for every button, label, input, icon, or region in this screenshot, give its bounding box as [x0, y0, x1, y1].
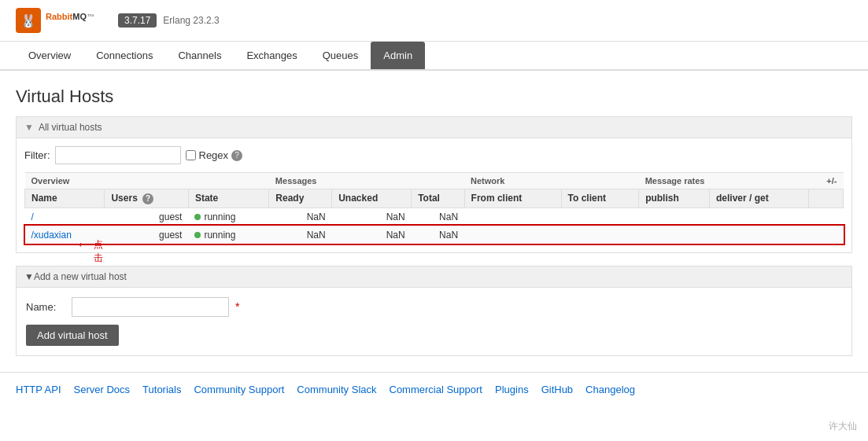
footer-link-commercial-support[interactable]: Commercial Support	[390, 384, 483, 395]
add-virtual-host-button[interactable]: Add virtual host	[26, 325, 119, 346]
row-from-client	[464, 208, 561, 226]
row-from-client	[464, 226, 561, 244]
footer-link-community-slack[interactable]: Community Slack	[297, 384, 376, 395]
vhost-link[interactable]: /xudaxian	[31, 230, 72, 241]
row-state: running	[188, 226, 268, 244]
footer-link-github[interactable]: GitHub	[541, 384, 573, 395]
collapse-arrow-icon: ▼	[24, 122, 34, 133]
regex-checkbox-row: Regex ?	[186, 149, 243, 161]
nav-item-queues[interactable]: Queues	[310, 42, 371, 69]
all-virtual-hosts-content: Filter: Regex ? Overview Messages Networ…	[17, 138, 851, 252]
row-publish	[639, 226, 710, 244]
add-name-input[interactable]	[72, 297, 229, 317]
filter-input[interactable]	[55, 146, 181, 164]
row-state: running	[188, 208, 268, 226]
add-virtual-host-label: Add a new virtual host	[34, 271, 127, 282]
footer-link-tutorials[interactable]: Tutorials	[142, 384, 181, 395]
content: Virtual Hosts ▼ All virtual hosts Filter…	[0, 71, 868, 372]
footer-link-server-docs[interactable]: Server Docs	[74, 384, 131, 395]
row-extra	[809, 226, 844, 244]
add-virtual-host-form: Name: * Add virtual host	[16, 288, 852, 356]
col-to-client: To client	[561, 189, 639, 208]
row-ready: NaN	[269, 208, 332, 226]
logo: 🐰 RabbitMQ™	[16, 8, 94, 33]
col-unacked: Unacked	[332, 189, 412, 208]
version-badge: 3.7.17	[118, 13, 157, 28]
row-users: guest	[105, 208, 188, 226]
regex-label: Regex	[199, 149, 229, 161]
row-unacked: NaN	[332, 226, 412, 244]
nav-item-admin[interactable]: Admin	[371, 42, 425, 69]
col-name: Name	[25, 189, 105, 208]
status-dot-icon	[194, 232, 201, 238]
row-extra	[809, 208, 844, 226]
col-publish: publish	[639, 189, 710, 208]
col-ready: Ready	[269, 189, 332, 208]
add-section-arrow-icon: ▼	[24, 271, 34, 282]
nav-item-connections[interactable]: Connections	[83, 42, 165, 69]
col-users: Users ?	[105, 189, 188, 208]
col-from-client: From client	[464, 189, 561, 208]
logo-text: RabbitMQ™	[46, 10, 94, 31]
footer: HTTP API Server Docs Tutorials Community…	[0, 372, 868, 406]
users-help-icon[interactable]: ?	[142, 193, 153, 204]
filter-label: Filter:	[24, 149, 50, 161]
row-to-client	[561, 226, 639, 244]
regex-help-icon[interactable]: ?	[231, 150, 242, 161]
all-virtual-hosts-section: ▼ All virtual hosts Filter: Regex ? Over…	[16, 116, 852, 253]
group-message-rates: Message rates	[639, 173, 809, 189]
logo-icon: 🐰	[16, 8, 41, 33]
regex-checkbox[interactable]	[186, 150, 196, 160]
footer-link-plugins[interactable]: Plugins	[495, 384, 529, 395]
nav-item-overview[interactable]: Overview	[16, 42, 83, 69]
row-deliver-get	[709, 208, 808, 226]
vhost-link[interactable]: /	[31, 211, 34, 222]
nav-item-exchanges[interactable]: Exchanges	[234, 42, 309, 69]
table-row: /xudaxian←点击guestrunningNaNNaNNaN	[25, 226, 844, 244]
row-to-client	[561, 208, 639, 226]
header: 🐰 RabbitMQ™ 3.7.17 Erlang 23.2.3	[0, 0, 868, 42]
row-publish	[639, 208, 710, 226]
row-ready: NaN	[269, 226, 332, 244]
add-virtual-host-section: ▼ Add a new virtual host Name: * Add vir…	[16, 266, 852, 356]
add-virtual-host-header[interactable]: ▼ Add a new virtual host	[16, 266, 852, 288]
col-header-row: Name Users ? State Ready Unacked Total F…	[25, 189, 844, 208]
nav-item-channels[interactable]: Channels	[165, 42, 234, 69]
vhost-table: Overview Messages Network Message rates …	[24, 172, 844, 244]
col-total: Total	[412, 189, 464, 208]
group-overview: Overview	[25, 173, 269, 189]
group-messages: Messages	[269, 173, 464, 189]
row-name[interactable]: /xudaxian←点击	[25, 226, 105, 244]
all-virtual-hosts-label: All virtual hosts	[39, 122, 102, 133]
table-row: /guestrunningNaNNaNNaN	[25, 208, 844, 226]
filter-row: Filter: Regex ?	[24, 146, 844, 164]
row-name[interactable]: /	[25, 208, 105, 226]
footer-link-changelog[interactable]: Changelog	[585, 384, 635, 395]
add-name-row: Name: *	[26, 297, 842, 317]
footer-link-community-support[interactable]: Community Support	[194, 384, 284, 395]
row-unacked: NaN	[332, 208, 412, 226]
all-virtual-hosts-header[interactable]: ▼ All virtual hosts	[17, 117, 851, 138]
main-nav: Overview Connections Channels Exchanges …	[0, 42, 868, 71]
group-plus-minus[interactable]: +/-	[809, 173, 844, 189]
required-star: *	[235, 300, 239, 313]
row-total: NaN	[412, 208, 464, 226]
add-name-label: Name:	[26, 301, 65, 313]
col-deliver-get: deliver / get	[709, 189, 808, 208]
row-total: NaN	[412, 226, 464, 244]
col-state: State	[188, 189, 268, 208]
erlang-badge: Erlang 23.2.3	[163, 15, 219, 26]
col-empty	[809, 189, 844, 208]
table-group-header: Overview Messages Network Message rates …	[25, 173, 844, 189]
status-dot-icon	[194, 214, 201, 220]
page-title: Virtual Hosts	[16, 86, 852, 107]
row-deliver-get	[709, 226, 808, 244]
footer-link-http-api[interactable]: HTTP API	[16, 384, 61, 395]
group-network: Network	[464, 173, 639, 189]
row-users: guest	[105, 226, 188, 244]
